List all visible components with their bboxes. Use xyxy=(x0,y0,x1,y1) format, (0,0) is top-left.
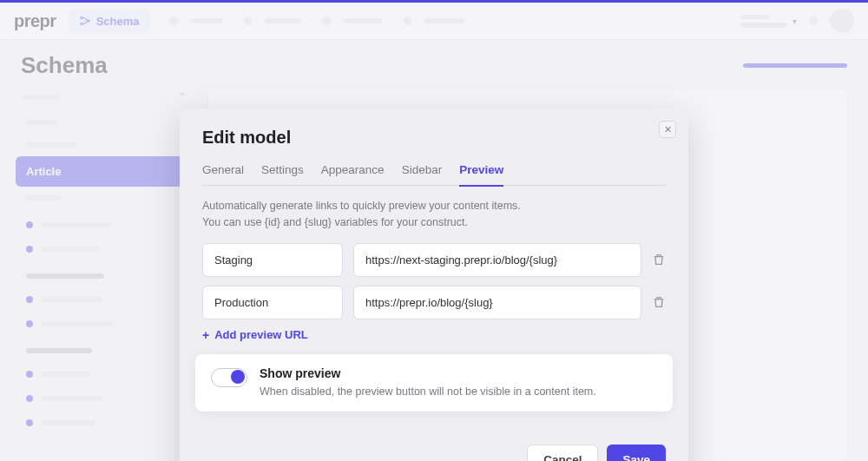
env-name-input[interactable] xyxy=(202,243,343,277)
env-name-input[interactable] xyxy=(202,286,343,319)
hint-text: Automatically generate links to quickly … xyxy=(202,198,666,231)
cancel-button[interactable]: Cancel xyxy=(527,445,598,461)
edit-model-modal: ✕ Edit model General Settings Appearance… xyxy=(180,109,688,461)
modal-overlay: ✕ Edit model General Settings Appearance… xyxy=(0,3,868,461)
show-preview-toggle[interactable] xyxy=(211,368,247,387)
tab-settings[interactable]: Settings xyxy=(261,160,304,185)
plus-icon: + xyxy=(202,328,209,342)
tab-sidebar[interactable]: Sidebar xyxy=(402,160,443,185)
show-preview-card: Show preview When disabled, the preview … xyxy=(195,354,673,412)
hint-line1: Automatically generate links to quickly … xyxy=(202,200,521,212)
close-button[interactable]: ✕ xyxy=(659,121,676,138)
env-url-input[interactable] xyxy=(353,243,641,277)
preview-url-row xyxy=(202,243,666,277)
env-url-input[interactable] xyxy=(353,286,641,319)
close-icon: ✕ xyxy=(664,124,672,135)
preview-url-row xyxy=(202,286,666,319)
add-preview-url-button[interactable]: + Add preview URL xyxy=(202,328,666,342)
trash-icon[interactable] xyxy=(652,253,666,267)
trash-icon[interactable] xyxy=(652,295,666,309)
toggle-label: Show preview xyxy=(260,366,596,380)
tab-preview[interactable]: Preview xyxy=(459,160,503,185)
modal-title: Edit model xyxy=(202,128,666,148)
tab-general[interactable]: General xyxy=(202,160,244,185)
hint-line2: You can use {id} and {slug} variables fo… xyxy=(202,216,468,228)
modal-footer: Cancel Save xyxy=(180,429,688,461)
tab-appearance[interactable]: Appearance xyxy=(321,160,385,185)
toggle-description: When disabled, the preview button will n… xyxy=(260,384,596,399)
add-preview-url-label: Add preview URL xyxy=(214,328,308,341)
save-button[interactable]: Save xyxy=(607,445,666,461)
modal-tabs: General Settings Appearance Sidebar Prev… xyxy=(202,160,666,186)
